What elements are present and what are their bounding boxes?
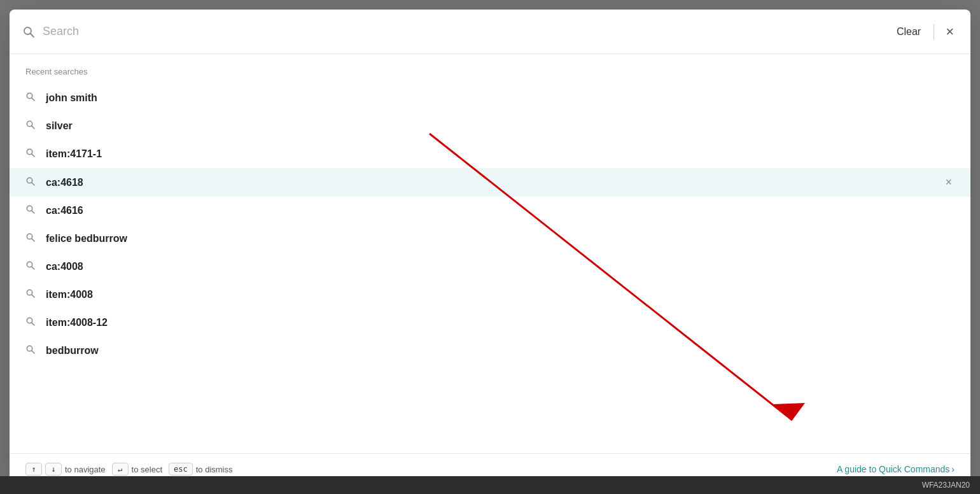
item-search-icon — [25, 344, 36, 357]
item-label: ca:4616 — [46, 205, 955, 216]
guide-link-text: A guide to Quick Commands — [837, 464, 949, 474]
item-remove-button[interactable]: × — [942, 176, 955, 189]
chevron-right-icon: › — [951, 464, 955, 474]
navigate-label: to navigate — [65, 465, 106, 474]
item-label: felice bedburrow — [46, 233, 955, 244]
search-item[interactable]: ca:4008 — [10, 253, 970, 281]
close-button[interactable]: × — [942, 22, 958, 41]
search-item[interactable]: item:4008 — [10, 281, 970, 309]
svg-line-5 — [32, 126, 34, 129]
dismiss-hint: esc to dismiss — [169, 463, 232, 476]
item-label: item:4171-1 — [46, 148, 955, 160]
search-header: Clear × — [10, 10, 970, 54]
item-search-icon — [25, 120, 36, 132]
svg-line-3 — [32, 98, 34, 101]
svg-line-17 — [32, 295, 34, 297]
status-bar: WFA23JAN20 — [0, 476, 980, 494]
svg-line-11 — [32, 211, 34, 213]
search-items-list: john smith silver item:4171-1 — [10, 84, 970, 365]
item-search-icon — [25, 288, 36, 301]
search-item[interactable]: bedburrow — [10, 337, 970, 365]
modal-body: Recent searches john smith silver — [10, 54, 970, 453]
search-input[interactable] — [43, 25, 892, 38]
clear-button[interactable]: Clear — [892, 24, 926, 40]
item-label: ca:4618 — [46, 177, 942, 188]
enter-key: ↵ — [112, 463, 129, 476]
item-search-icon — [25, 316, 36, 329]
quick-commands-link[interactable]: A guide to Quick Commands › — [837, 464, 955, 474]
esc-key: esc — [169, 463, 193, 476]
header-actions: Clear × — [892, 22, 958, 41]
svg-line-13 — [32, 239, 34, 241]
item-search-icon — [25, 92, 36, 104]
item-search-icon — [25, 148, 36, 160]
svg-line-7 — [32, 154, 34, 157]
search-icon — [22, 25, 35, 38]
item-label: silver — [46, 120, 955, 132]
search-modal: Clear × Recent searches john smith — [10, 10, 970, 484]
search-item[interactable]: felice bedburrow — [10, 225, 970, 253]
svg-line-19 — [32, 323, 34, 325]
up-arrow-key: ↑ — [25, 463, 42, 476]
search-item[interactable]: item:4008-12 — [10, 309, 970, 337]
item-search-icon — [25, 232, 36, 245]
svg-line-1 — [31, 33, 34, 37]
recent-searches-label: Recent searches — [10, 67, 970, 84]
footer-hints: ↑ ↓ to navigate ↵ to select esc to dismi… — [25, 463, 233, 476]
search-item[interactable]: ca:4618 × — [10, 168, 970, 197]
item-search-icon — [25, 260, 36, 273]
status-bar-text: WFA23JAN20 — [922, 481, 970, 490]
search-item[interactable]: john smith — [10, 84, 970, 112]
item-search-icon — [25, 176, 36, 189]
select-hint: ↵ to select — [112, 463, 162, 476]
item-label: ca:4008 — [46, 261, 955, 272]
header-divider — [934, 24, 934, 39]
svg-line-21 — [32, 351, 34, 353]
svg-line-15 — [32, 267, 34, 269]
svg-line-9 — [32, 182, 34, 185]
search-item[interactable]: item:4171-1 — [10, 140, 970, 168]
select-label: to select — [132, 465, 162, 474]
item-label: john smith — [46, 92, 955, 104]
item-label: item:4008 — [46, 289, 955, 300]
item-label: bedburrow — [46, 345, 955, 356]
item-label: item:4008-12 — [46, 317, 955, 328]
navigate-hint: ↑ ↓ to navigate — [25, 463, 106, 476]
dismiss-label: to dismiss — [196, 465, 233, 474]
search-item[interactable]: ca:4616 — [10, 197, 970, 225]
down-arrow-key: ↓ — [45, 463, 62, 476]
item-search-icon — [25, 204, 36, 217]
search-item[interactable]: silver — [10, 112, 970, 140]
